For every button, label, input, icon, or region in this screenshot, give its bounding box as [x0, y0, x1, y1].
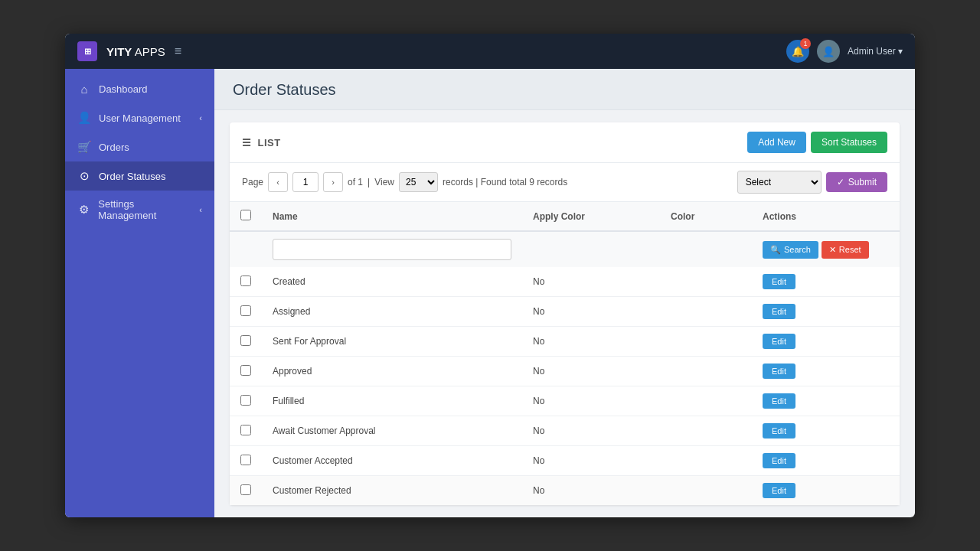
row-name: Fulfilled	[262, 386, 522, 416]
row-checkbox[interactable]	[240, 425, 251, 435]
pagination-area: Page ‹ › of 1 | View 25 50 100	[242, 172, 567, 192]
row-color	[660, 267, 752, 297]
submit-button[interactable]: ✓ LIST Submit	[826, 172, 887, 192]
row-apply-color: No	[522, 297, 660, 327]
row-name: Assigned	[262, 297, 522, 327]
user-name[interactable]: Admin User ▾	[848, 46, 903, 57]
filter-actions-cell: 🔍 Search ✕ Reset	[752, 231, 900, 267]
sidebar-item-label: Dashboard	[99, 83, 148, 95]
th-actions: Actions	[752, 202, 900, 231]
th-checkbox	[230, 202, 262, 231]
logo-icon: ⊞	[77, 41, 97, 61]
filter-row: 🔍 Search ✕ Reset	[230, 231, 900, 267]
sidebar-item-label: Order Statuses	[99, 171, 165, 182]
add-new-button[interactable]: Add New	[747, 132, 806, 153]
table-body: Created No Edit Assigned No	[230, 267, 900, 505]
edit-button[interactable]: Edit	[763, 423, 795, 439]
prev-page-button[interactable]: ‹	[268, 172, 288, 192]
table-row: Approved No Edit	[230, 357, 900, 386]
row-actions: Edit	[752, 327, 900, 357]
row-color	[660, 297, 752, 327]
check-icon: ✓	[837, 177, 844, 187]
edit-button[interactable]: Edit	[763, 483, 795, 498]
row-name: Sent For Approval	[262, 327, 522, 357]
sidebar-item-orders[interactable]: 🛒 Orders	[65, 132, 214, 161]
gear-icon: ⚙	[77, 203, 90, 217]
row-apply-color: No	[522, 357, 660, 386]
edit-button[interactable]: Edit	[763, 274, 795, 289]
logo-text: YITY APPS	[106, 45, 165, 58]
x-icon: ✕	[829, 245, 836, 255]
row-checkbox[interactable]	[240, 365, 251, 376]
name-filter-input[interactable]	[273, 239, 511, 260]
edit-button[interactable]: Edit	[763, 334, 795, 349]
page-input[interactable]	[292, 172, 318, 192]
notification-button[interactable]: 🔔 1	[786, 40, 809, 63]
row-checkbox[interactable]	[240, 395, 251, 406]
row-cb	[230, 267, 262, 297]
row-actions: Edit	[752, 357, 900, 386]
edit-button[interactable]: Edit	[763, 304, 795, 319]
next-page-button[interactable]: ›	[323, 172, 343, 192]
list-icon: ☰	[242, 137, 252, 148]
row-apply-color: No	[522, 386, 660, 416]
reset-button[interactable]: ✕ Reset	[822, 241, 869, 259]
card-actions: Add New Sort Statuses	[747, 132, 887, 153]
sidebar-item-label: Settings Management	[98, 198, 191, 221]
filter-cb-cell	[230, 231, 262, 267]
row-apply-color: No	[522, 327, 660, 357]
row-checkbox[interactable]	[240, 455, 251, 465]
table-row: Fulfilled No Edit	[230, 386, 900, 416]
row-checkbox[interactable]	[240, 484, 251, 495]
row-cb	[230, 297, 262, 327]
filter-color-cell	[660, 231, 752, 267]
row-actions: Edit	[752, 446, 900, 476]
table-row: Await Customer Approval No Edit	[230, 416, 900, 446]
filter-name-cell	[262, 231, 522, 267]
row-actions: Edit	[752, 267, 900, 297]
user-avatar[interactable]: 👤	[817, 40, 840, 63]
th-name: Name	[262, 202, 522, 231]
select-all-checkbox[interactable]	[240, 210, 251, 220]
users-icon: 👤	[77, 111, 91, 125]
edit-button[interactable]: Edit	[763, 453, 795, 468]
sort-statuses-button[interactable]: Sort Statuses	[811, 132, 887, 153]
view-select[interactable]: 25 50 100	[399, 172, 438, 192]
table-row: Sent For Approval No Edit	[230, 327, 900, 357]
row-name: Created	[262, 267, 522, 297]
row-cb	[230, 386, 262, 416]
row-checkbox[interactable]	[240, 305, 251, 316]
row-apply-color: No	[522, 446, 660, 476]
sidebar-item-user-management[interactable]: 👤 User Management ‹	[65, 103, 214, 132]
hamburger-icon[interactable]: ≡	[175, 44, 181, 58]
main-card: ☰ LIST Add New Sort Statuses Page ‹	[230, 122, 900, 505]
row-actions: Edit	[752, 386, 900, 416]
submit-area: Select ✓ LIST Submit	[737, 171, 887, 194]
table-row: Created No Edit	[230, 267, 900, 297]
of-pages: of 1	[348, 177, 363, 187]
search-button[interactable]: 🔍 Search	[763, 241, 818, 259]
edit-button[interactable]: Edit	[763, 364, 795, 379]
home-icon: ⌂	[77, 83, 91, 96]
th-color: Color	[660, 202, 752, 231]
edit-button[interactable]: Edit	[763, 393, 795, 409]
main-layout: ⌂ Dashboard 👤 User Management ‹ 🛒 Orders…	[65, 69, 915, 517]
row-cb	[230, 327, 262, 357]
status-icon: ⊙	[77, 169, 91, 183]
sidebar-item-dashboard[interactable]: ⌂ Dashboard	[65, 75, 214, 103]
sidebar-item-order-statuses[interactable]: ⊙ Order Statuses	[65, 161, 214, 191]
row-name: Customer Accepted	[262, 446, 522, 476]
row-apply-color: No	[522, 476, 660, 506]
sidebar-item-label: User Management	[99, 112, 181, 124]
content-area: Order Statuses ☰ LIST Add New Sort Statu…	[214, 69, 915, 517]
status-select[interactable]: Select	[737, 171, 822, 194]
row-checkbox[interactable]	[240, 335, 251, 346]
row-checkbox[interactable]	[240, 276, 251, 286]
filter-action-btns: 🔍 Search ✕ Reset	[763, 241, 889, 259]
table-row: Assigned No Edit	[230, 297, 900, 327]
sidebar-item-settings-management[interactable]: ⚙ Settings Management ‹	[65, 191, 214, 229]
row-color	[660, 357, 752, 386]
content-body: ☰ LIST Add New Sort Statuses Page ‹	[214, 110, 915, 517]
row-name: Approved	[262, 357, 522, 386]
page-title: Order Statuses	[233, 81, 897, 99]
